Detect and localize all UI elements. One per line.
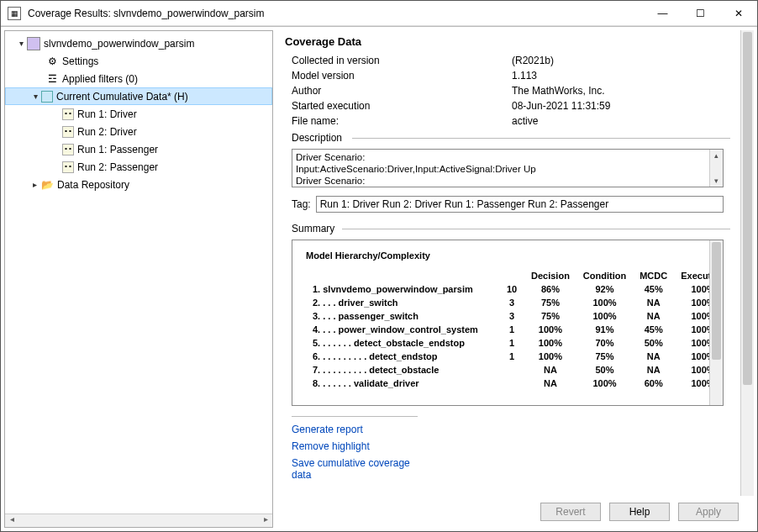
row-mcdc: NA: [633, 363, 674, 377]
info-file: File name: active: [285, 113, 730, 129]
info-value: The MathWorks, Inc.: [512, 85, 730, 97]
tree-hscrollbar[interactable]: ◂ ▸: [5, 514, 272, 527]
table-row[interactable]: 4. . . . power_window_control_system1100…: [306, 323, 724, 336]
row-name: 3. . . . passenger_switch: [306, 309, 499, 323]
info-label: Model version: [285, 70, 512, 82]
close-button[interactable]: ✕: [719, 1, 757, 26]
summary-header: Model Hierarchy/Complexity: [306, 250, 709, 261]
tree-settings[interactable]: ⚙ Settings: [5, 52, 272, 70]
window-title: Coverage Results: slvnvdemo_powerwindow_…: [28, 8, 644, 19]
scroll-thumb[interactable]: [712, 242, 721, 360]
remove-highlight-link[interactable]: Remove highlight: [292, 440, 418, 452]
tree-filters[interactable]: ☲ Applied filters (0): [5, 70, 272, 87]
revert-button[interactable]: Revert: [540, 503, 601, 521]
tree-run[interactable]: ∘∘ Run 2: Passenger: [5, 158, 272, 176]
chevron-right-icon[interactable]: ▸: [29, 180, 40, 189]
summary-scrollbar[interactable]: [709, 240, 723, 405]
maximize-button[interactable]: ☐: [682, 1, 719, 26]
row-mcdc: 45%: [633, 282, 674, 296]
tree-run[interactable]: ∘∘ Run 2: Driver: [5, 123, 272, 140]
tag-input[interactable]: [316, 196, 724, 213]
col-mcdc: MCDC: [633, 269, 674, 282]
description-label: Description: [285, 132, 730, 144]
info-started: Started execution 08-Jun-2021 11:31:59: [285, 98, 730, 113]
row-decision: 100%: [524, 350, 576, 363]
tree-root-label: slvnvdemo_powerwindow_parsim: [44, 38, 194, 50]
row-condition: 91%: [576, 323, 633, 336]
content-scroll: Coverage Data Collected in version (R202…: [276, 30, 754, 496]
scroll-down-icon[interactable]: ▾: [714, 175, 719, 187]
row-decision: 100%: [524, 323, 576, 336]
table-row[interactable]: 3. . . . passenger_switch375%100%NA100%: [306, 309, 724, 323]
content-inner: Coverage Data Collected in version (R202…: [276, 30, 739, 481]
scroll-left-icon[interactable]: ◂: [5, 514, 18, 527]
tree-filters-label: Applied filters (0): [62, 73, 138, 85]
tree-root[interactable]: ▾ slvnvdemo_powerwindow_parsim: [5, 34, 272, 52]
row-condition: 100%: [576, 296, 633, 309]
save-cumulative-link[interactable]: Save cumulative coverage data: [292, 457, 418, 481]
row-mcdc: 50%: [633, 336, 674, 350]
row-condition: 75%: [576, 350, 633, 363]
tree: ▾ slvnvdemo_powerwindow_parsim ⚙ Setting…: [5, 31, 272, 197]
row-cx: 3: [499, 296, 524, 309]
row-decision: 75%: [524, 296, 576, 309]
info-label: File name:: [285, 115, 512, 127]
row-decision: 86%: [524, 282, 576, 296]
table-row[interactable]: 6. . . . . . . . . . detect_endstop1100%…: [306, 350, 724, 363]
info-label: Collected in version: [285, 55, 512, 66]
tag-row: Tag:: [292, 196, 724, 213]
table-row[interactable]: 5. . . . . . . detect_obstacle_endstop11…: [306, 336, 724, 350]
info-value: 1.113: [512, 70, 730, 82]
button-bar: Revert Help Apply: [276, 496, 754, 528]
row-decision: 75%: [524, 309, 576, 323]
content-panel: Coverage Data Collected in version (R202…: [276, 30, 754, 528]
row-name: 6. . . . . . . . . . detect_endstop: [306, 350, 499, 363]
row-decision: NA: [524, 377, 576, 390]
scroll-thumb[interactable]: [743, 32, 752, 385]
info-value: active: [512, 115, 730, 127]
tree-cumulative[interactable]: ▾ Current Cumulative Data* (H): [5, 87, 272, 105]
minimize-button[interactable]: —: [644, 1, 682, 26]
run-icon: ∘∘: [62, 108, 74, 120]
table-row[interactable]: 2. . . . driver_switch375%100%NA100%: [306, 296, 724, 309]
table-row[interactable]: 1. slvnvdemo_powerwindow_parsim1086%92%4…: [306, 282, 724, 296]
row-mcdc: NA: [633, 309, 674, 323]
row-cx: 1: [499, 350, 524, 363]
scroll-up-icon[interactable]: ▴: [714, 150, 719, 161]
description-box[interactable]: Driver Scenario: Input:ActiveScenario:Dr…: [292, 149, 724, 187]
generate-report-link[interactable]: Generate report: [292, 424, 418, 435]
row-cx: 1: [499, 323, 524, 336]
table-row[interactable]: 7. . . . . . . . . . detect_obstacleNA50…: [306, 363, 724, 377]
row-name: 1. slvnvdemo_powerwindow_parsim: [306, 282, 499, 296]
tree-repo-label: Data Repository: [57, 179, 129, 191]
description-line: Input:ActiveScenario:Driver,Input:Active…: [296, 163, 708, 175]
chevron-down-icon[interactable]: ▾: [15, 39, 27, 48]
tag-label: Tag:: [292, 198, 311, 210]
info-value: (R2021b): [512, 55, 730, 66]
run-icon: ∘∘: [62, 144, 74, 155]
row-mcdc: NA: [633, 296, 674, 309]
window-controls: — ☐ ✕: [644, 1, 757, 26]
window-root: ▦ Coverage Results: slvnvdemo_powerwindo…: [0, 0, 758, 532]
chevron-down-icon[interactable]: ▾: [29, 92, 41, 101]
row-condition: 100%: [576, 377, 633, 390]
tree-run[interactable]: ∘∘ Run 1: Driver: [5, 105, 272, 123]
row-cx: 10: [499, 282, 524, 296]
content-vscrollbar[interactable]: [740, 30, 754, 496]
scroll-right-icon[interactable]: ▸: [259, 514, 272, 527]
table-row[interactable]: 8. . . . . . . validate_driverNA100%60%1…: [306, 377, 724, 390]
tree-cumulative-label: Current Cumulative Data* (H): [56, 91, 188, 103]
tree-repo[interactable]: ▸ 📂 Data Repository: [5, 176, 272, 193]
body-area: ▾ slvnvdemo_powerwindow_parsim ⚙ Setting…: [1, 26, 757, 531]
tree-settings-label: Settings: [62, 55, 98, 67]
description-scrollbar[interactable]: ▴ ▾: [709, 150, 723, 187]
help-button[interactable]: Help: [609, 503, 670, 521]
coverage-data-heading: Coverage Data: [285, 35, 730, 48]
row-cx: 3: [499, 309, 524, 323]
apply-button[interactable]: Apply: [678, 503, 739, 521]
info-value: 08-Jun-2021 11:31:59: [512, 100, 730, 112]
tree-run[interactable]: ∘∘ Run 1: Passenger: [5, 140, 272, 158]
scroll-track[interactable]: [18, 514, 259, 527]
row-decision: NA: [524, 363, 576, 377]
row-cx: [499, 363, 524, 377]
